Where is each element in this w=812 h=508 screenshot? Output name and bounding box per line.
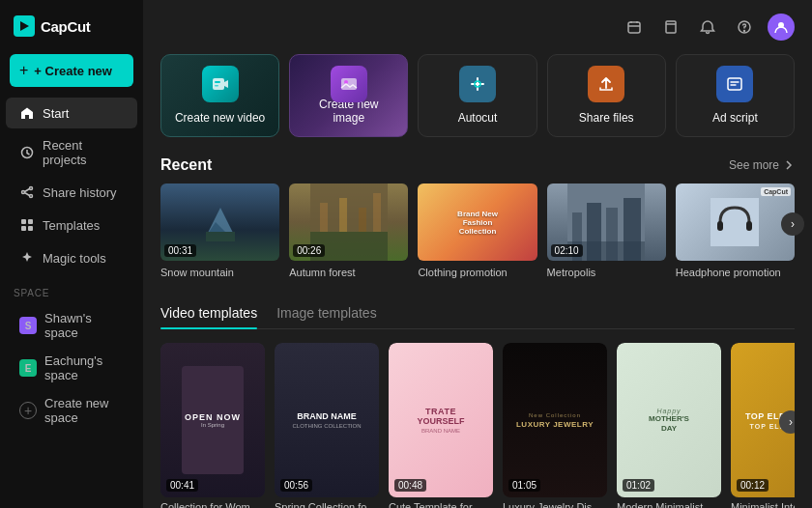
template-card-4[interactable]: New Collection LUXURY JEWELRY 01:05 Luxu… [503,343,607,508]
user-avatar[interactable] [768,14,795,41]
svg-rect-20 [728,78,741,90]
template-card-2[interactable]: BRAND NAME CLOTHING COLLECTION 00:56 Spr… [275,343,379,508]
bell-icon[interactable] [694,14,721,41]
create-btn-label: + Create new [34,64,112,78]
magic-icon [19,250,35,266]
ad-script-icon-area [715,65,754,103]
recent-grid: 00:31 Snow mountain 00:26 [160,183,795,278]
share-files-card[interactable]: Share files [547,54,666,137]
svg-rect-16 [215,85,218,87]
clock-icon [19,145,35,160]
home-icon [19,105,35,121]
create-new-button[interactable]: + + Create new [10,54,133,87]
sidebar-item-eachungs-space[interactable]: E Eachung's space [6,348,137,388]
svg-point-3 [22,191,25,194]
plus-icon: + [19,62,28,79]
template-name-1: Collection for Women's Outfits [160,501,265,508]
eachungs-space-label: Eachung's space [44,353,124,382]
template-name-6: Minimalist Intelligent Product Promo [731,501,795,508]
recent-thumb-5: CapCut [676,183,795,261]
recent-item-2[interactable]: 00:26 Autumn forest [289,183,408,278]
template-info-1: Collection for Women's Outfits 🔥 286k [160,497,265,508]
svg-rect-36 [710,198,759,246]
share-files-icon-area [587,65,625,103]
image-icon-area [330,65,368,103]
template-card-1[interactable]: OPEN NOW In Spring 00:41 Collection for … [160,343,265,508]
space-section-label: SPACE [0,288,143,298]
recent-title: Recent [160,156,212,174]
template-card-3[interactable]: TRATE YOURSELF BRAND NAME 00:48 Cute Tem… [389,343,493,508]
autocut-icon [459,66,496,102]
template-thumb-3: TRATE YOURSELF BRAND NAME 00:48 [389,343,493,497]
svg-point-4 [30,195,33,198]
quick-actions: Create new video Create new image [160,54,795,137]
create-video-label: Create new video [175,111,265,125]
template-thumb-5: Happy MOTHER'SDAY 01:02 [617,343,721,497]
video-icon [202,66,239,102]
create-video-card[interactable]: Create new video [160,54,279,137]
template-info-3: Cute Template for Desserts 🔥 284k [389,497,493,508]
recent-name-4: Metropolis [547,267,666,278]
shawns-space-label: Shawn's space [44,311,124,340]
recent-thumb-2: 00:26 [289,183,408,261]
create-new-space-button[interactable]: + Create new space [6,390,137,431]
video-icon-area [201,65,240,103]
recent-name-5: Headphone promotion [676,267,795,278]
duration-2: 00:26 [293,244,325,257]
t-duration-3: 00:48 [394,479,426,492]
template-info-5: Modern Minimalist Mother's Day Sale 🔥 28… [617,497,721,508]
sidebar-item-share-history[interactable]: Share history [6,177,137,208]
magic-label: Magic tools [43,251,106,266]
autocut-label: Autocut [458,111,498,125]
sidebar-item-templates[interactable]: Templates [6,210,137,240]
share-icon [19,184,35,200]
t-duration-1: 00:41 [166,479,198,492]
template-name-2: Spring Collection for Males' Fashion [275,501,379,508]
share-files-icon [588,66,624,102]
autocut-card[interactable]: Autocut [418,54,536,137]
ad-script-card[interactable]: Ad script [676,54,795,137]
sidebar-item-shawns-space[interactable]: S Shawn's space [6,305,137,346]
sidebar-item-recent[interactable]: Recent projects [6,130,137,175]
svg-rect-37 [717,221,723,231]
plus-circle-icon: + [19,402,37,419]
svg-rect-14 [213,78,224,90]
t-duration-6: 00:12 [737,479,768,492]
ad-script-icon [716,66,753,102]
svg-rect-8 [28,226,33,231]
sidebar-item-start[interactable]: Start [6,98,137,128]
autocut-icon-area [458,65,497,103]
recent-item-5[interactable]: CapCut Headphone promotion [676,183,795,278]
recent-name-3: Clothing promotion [418,267,536,278]
eachungs-avatar: E [19,359,37,377]
svg-rect-17 [341,78,357,90]
duration-4: 02:10 [551,244,583,257]
tab-image-templates[interactable]: Image templates [276,297,377,328]
svg-point-12 [744,31,745,32]
recent-item-3[interactable]: Brand NewFashionCollection Clothing prom… [418,183,536,278]
logo-text: CapCut [41,18,91,35]
template-name-5: Modern Minimalist Mother's Day Sale [617,501,721,508]
image-icon [331,66,367,102]
template-info-6: Minimalist Intelligent Product Promo 🔥 2… [731,497,795,508]
recent-item-1[interactable]: 00:31 Snow mountain [160,183,279,278]
create-image-card[interactable]: Create new image [289,54,408,137]
svg-point-2 [30,187,33,190]
template-card-5[interactable]: Happy MOTHER'SDAY 01:02 Modern Minimalis… [617,343,721,508]
create-space-label: Create new space [44,396,124,425]
recent-next-button[interactable]: › [781,212,804,236]
calendar-icon[interactable] [621,14,648,41]
sidebar-item-magic[interactable]: Magic tools [6,242,137,273]
see-more-button[interactable]: See more [729,158,795,172]
templates-grid: OPEN NOW In Spring 00:41 Collection for … [160,343,795,508]
bookmark-icon[interactable] [657,14,684,41]
recent-item-4[interactable]: 02:10 Metropolis [547,183,666,278]
tab-video-templates[interactable]: Video templates [160,297,257,328]
svg-marker-0 [20,21,29,31]
recent-name-2: Autumn forest [289,267,408,278]
recent-thumb-1: 00:31 [160,183,279,261]
template-thumb-1: OPEN NOW In Spring 00:41 [160,343,265,497]
templates-label: Templates [43,218,100,233]
recent-label: Recent projects [43,138,124,167]
question-icon[interactable] [731,14,758,41]
